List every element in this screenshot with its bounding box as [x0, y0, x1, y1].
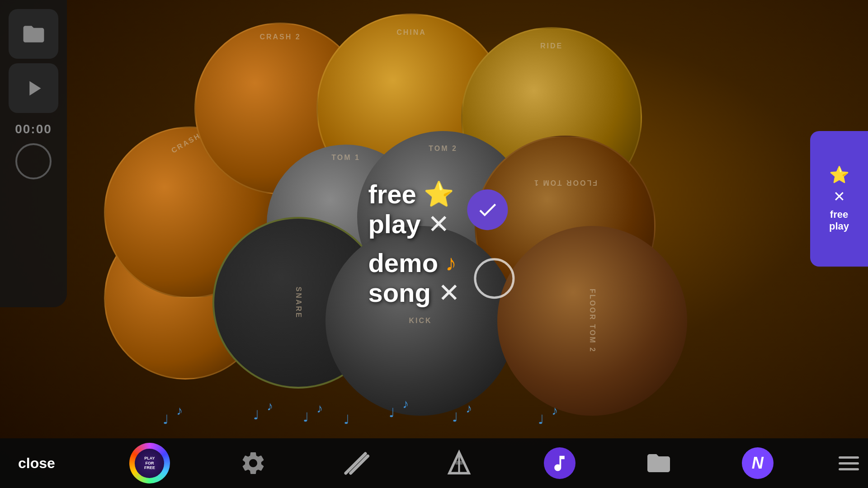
right-tab-x-icon: ✕	[833, 188, 845, 205]
free-play-x-icon[interactable]: ✕	[428, 209, 450, 239]
free-play-label-group: free ⭐ play ✕	[368, 180, 453, 239]
folder-sidebar-button[interactable]	[9, 9, 58, 59]
left-sidebar: 00:00	[0, 0, 67, 307]
free-play-row: free ⭐ play ✕	[368, 180, 514, 239]
floortom2-pad[interactable]: FLOOR TOM 2	[497, 226, 687, 416]
play-sidebar-button[interactable]	[9, 63, 58, 113]
right-tab-label: free play	[829, 209, 849, 233]
right-free-play-tab[interactable]: ⭐ ✕ free play	[810, 131, 868, 267]
demo-song-row: demo ♪ song ✕	[368, 249, 514, 308]
music-note-button[interactable]	[544, 447, 576, 479]
free-play-star-icon: ⭐	[424, 180, 454, 209]
free-play-label2: play	[368, 210, 420, 239]
metronome-button[interactable]	[440, 444, 478, 483]
sticks-button[interactable]	[336, 444, 375, 483]
close-button[interactable]: close	[9, 450, 64, 476]
app-logo-button[interactable]: PLAYFORFREE	[129, 443, 170, 483]
free-play-label: free	[368, 180, 416, 209]
free-play-check-button[interactable]	[467, 189, 508, 230]
svg-rect-4	[456, 461, 463, 465]
demo-song-label1: demo	[368, 249, 438, 277]
demo-song-label-group: demo ♪ song ✕	[368, 249, 460, 308]
n-badge-letter: N	[752, 454, 764, 473]
demo-song-x-icon[interactable]: ✕	[438, 277, 460, 308]
hamburger-line-3	[839, 468, 859, 470]
app-logo-inner: PLAYFORFREE	[135, 449, 164, 478]
hamburger-line-1	[839, 456, 859, 459]
timer-circle	[15, 143, 52, 179]
n-badge-button[interactable]: N	[742, 447, 774, 479]
folder-toolbar-button[interactable]	[641, 445, 677, 481]
settings-button[interactable]	[235, 445, 271, 481]
demo-song-select-button[interactable]	[474, 258, 514, 299]
app-logo-text: PLAYFORFREE	[144, 456, 155, 470]
hamburger-line-2	[839, 462, 859, 465]
menu-button[interactable]	[839, 456, 859, 470]
right-tab-star-icon: ⭐	[829, 165, 849, 184]
timer-display: 00:00	[15, 122, 52, 136]
demo-song-music-icon: ♪	[445, 250, 457, 276]
demo-song-label2: song	[368, 278, 431, 307]
bottom-toolbar: close PLAYFORFREE N	[0, 438, 868, 488]
mode-selection-overlay: free ⭐ play ✕ demo ♪ song ✕	[368, 180, 514, 308]
